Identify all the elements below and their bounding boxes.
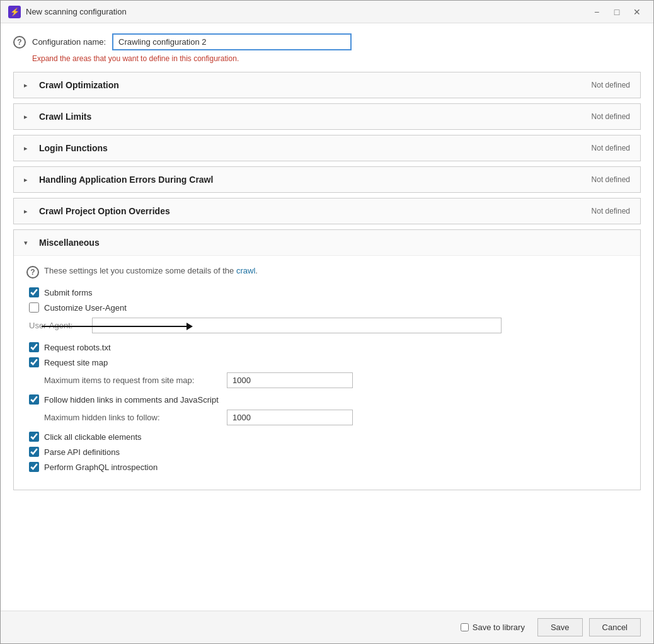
- close-button[interactable]: ✕: [628, 4, 646, 20]
- title-bar-controls: − □ ✕: [588, 4, 646, 20]
- help-icon[interactable]: ?: [13, 36, 26, 49]
- max-sitemap-label: Maximum items to request from site map:: [44, 376, 221, 385]
- misc-help-icon[interactable]: ?: [26, 266, 39, 279]
- section-crawl-limits-status: Not defined: [592, 112, 630, 121]
- config-name-row: ? Configuration name:: [13, 33, 641, 50]
- section-handling-errors-header[interactable]: ▸ Handling Application Errors During Cra…: [14, 167, 640, 192]
- customize-ua-checkbox[interactable]: [29, 302, 39, 313]
- section-crawl-limits-header[interactable]: ▸ Crawl Limits Not defined: [14, 104, 640, 129]
- section-crawl-project-overrides-title: Crawl Project Option Overrides: [39, 206, 170, 216]
- follow-hidden-checkbox[interactable]: [29, 394, 39, 405]
- request-robots-label: Request robots.txt: [44, 343, 111, 352]
- arrow-annotation: [42, 323, 193, 330]
- section-crawl-optimization-title: Crawl Optimization: [39, 80, 119, 90]
- follow-hidden-label: Follow hidden links in comments and Java…: [44, 395, 219, 405]
- section-login-functions-status: Not defined: [592, 144, 630, 152]
- section-handling-errors[interactable]: ▸ Handling Application Errors During Cra…: [13, 166, 641, 193]
- click-clickable-label: Click all clickable elements: [44, 432, 142, 442]
- save-to-library-row: Save to library: [461, 623, 525, 632]
- miscellaneous-body: ? These settings let you customize some …: [14, 255, 640, 490]
- checkbox-submit-forms-row: Submit forms: [29, 287, 628, 297]
- section-crawl-limits-title: Crawl Limits: [39, 112, 91, 122]
- title-bar: ⚡ New scanning configuration − □ ✕: [1, 1, 653, 23]
- max-hidden-input[interactable]: [227, 410, 353, 425]
- checkbox-graphql-row: Perform GraphQL introspection: [29, 462, 628, 472]
- checkbox-request-sitemap-row: Request site map: [29, 357, 628, 367]
- graphql-checkbox[interactable]: [29, 462, 39, 472]
- chevron-right-icon: ▸: [24, 113, 33, 121]
- parse-api-label: Parse API definitions: [44, 447, 120, 457]
- checkbox-request-robots-row: Request robots.txt: [29, 342, 628, 352]
- content-area: ? Configuration name: Expand the areas t…: [1, 23, 653, 611]
- section-miscellaneous-header[interactable]: ▾ Miscellaneous: [14, 230, 640, 255]
- parse-api-checkbox[interactable]: [29, 447, 39, 457]
- max-hidden-label: Maximum hidden links to follow:: [44, 413, 221, 422]
- section-login-functions[interactable]: ▸ Login Functions Not defined: [13, 135, 641, 161]
- section-login-functions-header[interactable]: ▸ Login Functions Not defined: [14, 135, 640, 161]
- customize-ua-label: Customize User-Agent: [44, 303, 127, 313]
- title-bar-left: ⚡ New scanning configuration: [8, 6, 127, 18]
- section-crawl-project-overrides[interactable]: ▸ Crawl Project Option Overrides Not def…: [13, 198, 641, 224]
- section-crawl-optimization[interactable]: ▸ Crawl Optimization Not defined: [13, 72, 641, 98]
- app-icon: ⚡: [8, 6, 21, 18]
- section-crawl-project-overrides-header[interactable]: ▸ Crawl Project Option Overrides Not def…: [14, 198, 640, 224]
- save-button[interactable]: Save: [537, 618, 583, 636]
- section-crawl-optimization-status: Not defined: [592, 81, 630, 89]
- config-name-input[interactable]: [112, 33, 352, 50]
- request-robots-checkbox[interactable]: [29, 342, 39, 352]
- submit-forms-checkbox[interactable]: [29, 287, 39, 297]
- max-sitemap-input[interactable]: [227, 372, 353, 388]
- request-sitemap-label: Request site map: [44, 358, 108, 367]
- chevron-down-icon: ▾: [24, 239, 33, 247]
- save-to-library-label: Save to library: [473, 623, 525, 632]
- submit-forms-label: Submit forms: [44, 288, 93, 297]
- section-crawl-project-overrides-status: Not defined: [592, 207, 630, 216]
- section-handling-errors-status: Not defined: [592, 175, 630, 184]
- chevron-right-icon: ▸: [24, 81, 33, 89]
- crawl-link[interactable]: crawl: [236, 266, 255, 275]
- arrow-head-icon: [186, 323, 193, 330]
- footer: Save to library Save Cancel: [1, 611, 653, 643]
- checkbox-parse-api-row: Parse API definitions: [29, 447, 628, 457]
- chevron-right-icon: ▸: [24, 207, 33, 216]
- graphql-label: Perform GraphQL introspection: [44, 463, 158, 472]
- minimize-button[interactable]: −: [588, 4, 605, 20]
- click-clickable-checkbox[interactable]: [29, 432, 39, 442]
- save-to-library-checkbox[interactable]: [461, 623, 469, 631]
- main-window: ⚡ New scanning configuration − □ ✕ ? Con…: [0, 0, 654, 644]
- cancel-button[interactable]: Cancel: [589, 618, 641, 636]
- arrow-line: [42, 326, 186, 327]
- checkbox-customize-ua-row: Customize User-Agent: [29, 302, 628, 313]
- user-agent-row: User-Agent:: [29, 318, 628, 333]
- section-crawl-limits[interactable]: ▸ Crawl Limits Not defined: [13, 103, 641, 130]
- maximize-button[interactable]: □: [608, 4, 626, 20]
- misc-hint-text: These settings let you customize some de…: [44, 266, 258, 275]
- window-title: New scanning configuration: [26, 7, 127, 16]
- expand-hint: Expand the areas that you want to define…: [32, 54, 641, 63]
- checkbox-click-clickable-row: Click all clickable elements: [29, 432, 628, 442]
- chevron-right-icon: ▸: [24, 176, 33, 184]
- max-sitemap-items-row: Maximum items to request from site map:: [44, 372, 628, 388]
- max-hidden-links-row: Maximum hidden links to follow:: [44, 410, 628, 425]
- section-handling-errors-title: Handling Application Errors During Crawl: [39, 175, 213, 185]
- misc-hint: ? These settings let you customize some …: [26, 266, 628, 279]
- section-miscellaneous: ▾ Miscellaneous ? These settings let you…: [13, 229, 641, 490]
- section-miscellaneous-title: Miscellaneous: [39, 238, 100, 248]
- section-login-functions-title: Login Functions: [39, 143, 108, 153]
- checkbox-follow-hidden-row: Follow hidden links in comments and Java…: [29, 394, 628, 405]
- request-sitemap-checkbox[interactable]: [29, 357, 39, 367]
- config-name-label: Configuration name:: [32, 37, 106, 47]
- section-crawl-optimization-header[interactable]: ▸ Crawl Optimization Not defined: [14, 72, 640, 98]
- chevron-right-icon: ▸: [24, 144, 33, 152]
